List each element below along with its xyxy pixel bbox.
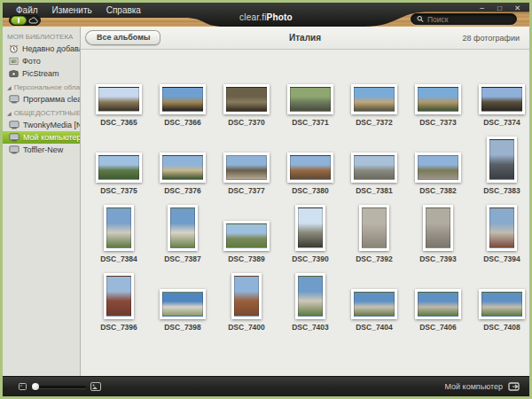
photo-label: DSC_7372 xyxy=(356,118,393,127)
photo-thumbnail[interactable] xyxy=(351,84,397,114)
sidebar-item-toffler-new[interactable]: Toffler-New xyxy=(3,144,80,156)
photo-thumbnail[interactable] xyxy=(415,84,461,114)
monitor-icon xyxy=(9,95,20,104)
photo-cell: DSC_7384 xyxy=(87,195,151,263)
sidebar-item-my-computer[interactable]: Мой компьютер xyxy=(3,131,80,144)
photo-image xyxy=(418,155,458,180)
photo-thumbnail[interactable] xyxy=(487,137,517,183)
cloud-icon[interactable] xyxy=(27,17,40,24)
photo-thumbnail[interactable] xyxy=(104,273,134,319)
search-icon xyxy=(417,15,424,23)
photo-thumbnail[interactable] xyxy=(415,289,461,319)
zoom-slider-knob[interactable] xyxy=(32,383,39,390)
photo-label: DSC_7398 xyxy=(164,323,201,332)
logo-text-clearfi: clear.fi xyxy=(239,12,267,22)
sidebar-item-picstream[interactable]: PicStream xyxy=(3,67,80,80)
sidebar-item-label: Toffler-New xyxy=(23,145,63,154)
photo-cell: DSC_7380 xyxy=(278,127,342,195)
photo-cell: DSC_7390 xyxy=(278,195,342,263)
photo-cell: DSC_7389 xyxy=(215,195,278,263)
photo-image xyxy=(234,276,259,317)
photo-thumbnail[interactable] xyxy=(223,153,270,183)
photo-thumbnail[interactable] xyxy=(479,289,525,319)
device-send-icon[interactable] xyxy=(508,382,520,392)
photo-label: DSC_7387 xyxy=(164,254,201,263)
photo-image xyxy=(162,155,203,180)
photo-image xyxy=(226,155,267,180)
photo-label: DSC_7394 xyxy=(483,254,520,263)
photo-label: DSC_7406 xyxy=(419,323,457,332)
photo-thumbnail[interactable] xyxy=(359,205,389,251)
status-bar: Мой компьютер xyxy=(3,376,529,396)
large-image-icon xyxy=(90,382,101,391)
photo-thumbnail[interactable] xyxy=(168,205,198,251)
search-box[interactable] xyxy=(411,13,517,25)
photo-thumbnail[interactable] xyxy=(287,84,333,114)
photo-cell: DSC_7408 xyxy=(470,263,529,332)
photo-label: DSC_7370 xyxy=(228,118,265,127)
photo-label: DSC_7389 xyxy=(228,254,265,263)
sidebar: МОЯ БИБЛИОТЕКАНедавно добавленныеФотоPic… xyxy=(3,27,81,376)
photo-thumbnail[interactable] xyxy=(479,84,525,114)
photo-cell: DSC_7365 xyxy=(87,59,151,127)
monitor-icon xyxy=(9,145,20,154)
photo-label: DSC_7383 xyxy=(483,186,520,195)
sidebar-item-twonkymedia-nas[interactable]: TwonkyMedia [NAS] xyxy=(3,119,80,131)
title-bar: ФайлИзменитьСправка clear.fiPhoto –□✕ xyxy=(3,3,529,27)
photo-thumbnail[interactable] xyxy=(231,273,262,319)
photo-image xyxy=(106,207,131,248)
zoom-slider[interactable] xyxy=(31,386,86,388)
photo-thumbnail[interactable] xyxy=(423,205,453,251)
camera-icon xyxy=(9,69,19,78)
sidebar-item-label: Недавно добавленные xyxy=(22,44,80,53)
photo-image xyxy=(418,292,458,317)
photo-cell: DSC_7403 xyxy=(278,263,342,332)
photo-image xyxy=(106,276,131,317)
photo-thumbnail[interactable] xyxy=(287,153,333,183)
photo-image xyxy=(481,87,522,112)
photo-thumbnail[interactable] xyxy=(104,205,134,251)
all-albums-back-button[interactable]: Все альбомы xyxy=(85,30,160,45)
close-button[interactable]: ✕ xyxy=(512,4,522,12)
photo-cell: DSC_7404 xyxy=(342,263,406,332)
maximize-button[interactable]: □ xyxy=(495,4,505,12)
sidebar-section-header[interactable]: ◢Персональное облако xyxy=(3,80,80,93)
photo-thumbnail[interactable] xyxy=(160,84,206,114)
photo-cell: DSC_7374 xyxy=(470,59,529,127)
power-on-button[interactable] xyxy=(11,16,27,25)
photo-cell: DSC_7382 xyxy=(406,127,470,195)
minimize-button[interactable]: – xyxy=(477,4,487,12)
photo-thumbnail[interactable] xyxy=(96,153,142,183)
sidebar-item-photos[interactable]: Фото xyxy=(3,55,80,67)
photo-cell: DSC_7406 xyxy=(406,263,470,332)
sidebar-item-clearfi-program[interactable]: Программа clear.fi in xyxy=(3,93,80,106)
photo-label: DSC_7396 xyxy=(100,323,137,332)
photo-thumbnail[interactable] xyxy=(223,84,270,114)
photo-thumbnail[interactable] xyxy=(351,153,397,183)
photo-thumbnail[interactable] xyxy=(487,205,517,251)
sidebar-item-label: PicStream xyxy=(22,69,59,78)
photo-label: DSC_7393 xyxy=(419,254,457,263)
photo-thumbnail[interactable] xyxy=(295,205,325,251)
photo-thumbnail[interactable] xyxy=(415,153,461,183)
photo-thumbnail[interactable] xyxy=(295,273,325,319)
photo-thumbnail[interactable] xyxy=(160,289,206,319)
photo-image xyxy=(290,87,331,112)
search-input[interactable] xyxy=(427,15,511,24)
photo-cell: DSC_7377 xyxy=(215,127,278,195)
sidebar-item-recently-added[interactable]: Недавно добавленные xyxy=(3,43,80,55)
photo-thumbnail[interactable] xyxy=(351,289,397,319)
photo-thumbnail[interactable] xyxy=(160,153,206,183)
photo-icon xyxy=(9,57,19,66)
photo-thumbnail[interactable] xyxy=(223,221,270,251)
photo-grid: DSC_7365DSC_7366DSC_7370DSC_7371DSC_7372… xyxy=(81,50,529,332)
current-source: Мой компьютер xyxy=(444,382,520,392)
photo-cell: DSC_7371 xyxy=(278,59,342,127)
sidebar-section-header[interactable]: ◢ОБЩЕДОСТУПНЫЕ ДОМА xyxy=(3,106,80,119)
photo-image xyxy=(226,87,267,112)
photo-label: DSC_7377 xyxy=(228,186,265,195)
photo-cell: DSC_7376 xyxy=(151,127,215,195)
photo-thumbnail[interactable] xyxy=(96,84,142,114)
photo-image xyxy=(426,207,450,248)
power-cloud-toggle[interactable] xyxy=(9,15,41,26)
